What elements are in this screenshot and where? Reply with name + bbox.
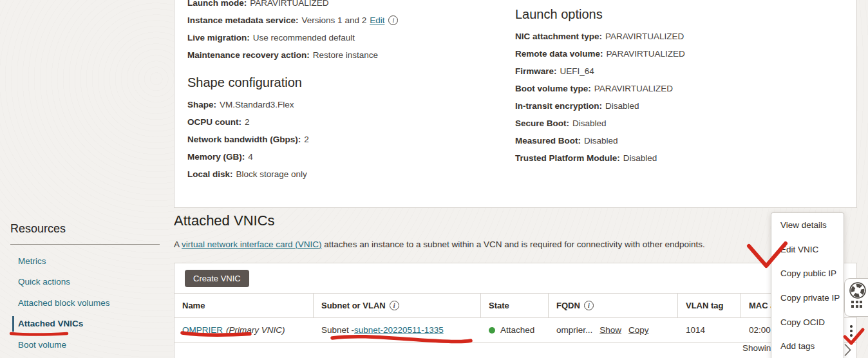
field-value: Use recommended default [253,33,355,42]
column-header-subnet-or-vlan: Subnet or VLAN [314,294,481,317]
menu-item-copy-ocid[interactable]: Copy OCID [771,310,844,334]
column-label: VLAN tag [686,301,724,310]
field-value: VM.Standard3.Flex [220,100,294,109]
sidebar-item-quick-actions[interactable]: Quick actions [18,272,160,293]
field-maintenance-recovery: Maintenance recovery action: Restore ins… [187,46,398,64]
field-label: Launch mode: [187,0,247,8]
field-ocpu-count: OCPU count: 2 [187,113,309,131]
field-label: Memory (GB): [187,152,245,162]
sidebar-item-attached-vnics[interactable]: Attached VNICs [18,314,160,335]
field-value: Disabled [623,153,657,163]
field-network-bandwidth: Network bandwidth (Gbps): 2 [187,131,309,148]
mac-address-value: 02:00: [749,325,773,335]
sidebar-divider [10,244,160,245]
life-buoy-icon[interactable] [849,282,866,299]
field-value: Block storage only [236,169,307,179]
create-vnic-button[interactable]: Create VNIC [185,270,249,287]
show-fqdn-link[interactable]: Show [599,325,621,335]
cell-fqdn: omprier... Show Copy [549,325,678,335]
field-label: Firmware: [515,66,557,76]
column-header-vlan-tag: VLAN tag [678,294,741,317]
cell-name: OMPRIER (Primary VNIC) [175,325,314,335]
cell-subnet: Subnet - subnet-20220511-1335 [314,325,481,335]
field-value: Disabled [572,118,607,128]
field-shape: Shape: VM.Standard3.Flex [187,96,309,113]
table-toolbar: Create VNIC [175,263,856,293]
field-trusted-platform-module: Trusted Platform Module: Disabled [515,149,685,167]
sidebar-item-metrics[interactable]: Metrics [18,250,160,272]
fqdn-text: omprier... [556,325,592,335]
edit-metadata-link[interactable]: Edit [370,15,384,25]
column-header-name: Name [175,294,314,317]
table-footer-showing-text: Showin [742,343,771,353]
vnic-name-link[interactable]: OMPRIER [182,325,223,335]
sidebar-item-label: Metrics [18,256,46,266]
field-value: Disabled [605,101,639,111]
field-remote-data-volume: Remote data volume: PARAVIRTUALIZED [515,45,685,62]
description-text: A [174,240,182,249]
field-value: 2 [304,135,309,144]
field-value: PARAVIRTUALIZED [250,0,328,8]
menu-item-view-details[interactable]: View details [771,213,844,238]
column-header-state: State [481,294,549,317]
status-dot-icon [489,327,495,334]
vnic-doc-link[interactable]: virtual network interface card (VNIC) [182,240,322,249]
field-secure-boot: Secure Boot: Disabled [515,115,685,132]
page-title: Attached VNICs [174,212,275,229]
field-label: Measured Boot: [515,136,581,146]
field-label: Local disk: [187,169,233,179]
sidebar-title: Resources [10,222,160,236]
field-label: Instance metadata service: [187,15,299,25]
field-memory: Memory (GB): 4 [187,148,309,165]
menu-item-label: Copy private IP [780,293,840,303]
menu-item-edit-vnic[interactable]: Edit VNIC [771,238,844,262]
info-icon[interactable] [390,301,399,310]
help-widget [844,278,868,317]
field-label: NIC attachment type: [515,32,602,41]
field-label: Trusted Platform Module: [515,153,620,163]
sidebar-item-attached-block-volumes[interactable]: Attached block volumes [18,292,160,314]
launch-options-list: NIC attachment type: PARAVIRTUALIZED Rem… [515,28,685,167]
field-in-transit-encryption: In-transit encryption: Disabled [515,97,685,115]
sidebar-item-boot-volume[interactable]: Boot volume [18,334,160,355]
launch-options-heading: Launch options [515,7,603,22]
menu-item-label: Copy public IP [780,268,836,278]
row-actions-context-menu: View details Edit VNIC Copy public IP Co… [771,212,844,358]
field-measured-boot: Measured Boot: Disabled [515,132,685,149]
menu-item-copy-private-ip[interactable]: Copy private IP [771,286,844,310]
vnics-description: A virtual network interface card (VNIC) … [174,240,705,249]
menu-item-copy-public-ip[interactable]: Copy public IP [771,261,844,286]
field-value: PARAVIRTUALIZED [607,49,685,59]
general-info-list: Launch mode: PARAVIRTUALIZED Instance me… [187,0,398,64]
cell-vlan-tag: 1014 [678,325,741,335]
sidebar-item-label: Quick actions [18,277,70,287]
field-value: PARAVIRTUALIZED [605,32,684,41]
field-value: Restore instance [313,50,378,60]
table-header-row: Name Subnet or VLAN State FQDN VLAN tag … [175,293,856,318]
field-label: OCPU count: [187,117,241,127]
subnet-prefix: Subnet - [321,325,354,335]
status-text: Attached [500,325,534,335]
copy-fqdn-link[interactable]: Copy [628,325,649,335]
field-label: Shape: [187,100,216,109]
subnet-link[interactable]: subnet-20220511-1335 [354,325,444,335]
chevron-right-icon[interactable] [844,343,852,357]
field-label: Secure Boot: [515,118,569,128]
column-label: Name [182,301,205,310]
sidebar-item-label: Attached block volumes [18,298,110,308]
field-value: PARAVIRTUALIZED [594,84,673,93]
vnics-table-card: Create VNIC Name Subnet or VLAN State FQ… [174,263,857,358]
field-instance-metadata-service: Instance metadata service: Versions 1 an… [187,12,398,29]
column-label: FQDN [556,301,580,310]
field-label: Maintenance recovery action: [187,50,310,60]
field-local-disk: Local disk: Block storage only [187,165,309,183]
menu-item-label: View details [780,220,827,230]
field-live-migration: Live migration: Use recommended default [187,29,398,46]
info-icon[interactable] [584,301,594,310]
menu-item-add-tags[interactable]: Add tags [771,334,844,358]
info-icon[interactable] [388,15,398,25]
field-value: 2 [245,117,250,127]
apps-grid-icon[interactable] [851,301,862,308]
field-label: Live migration: [187,33,250,42]
row-actions-kebab-icon[interactable] [849,324,854,338]
